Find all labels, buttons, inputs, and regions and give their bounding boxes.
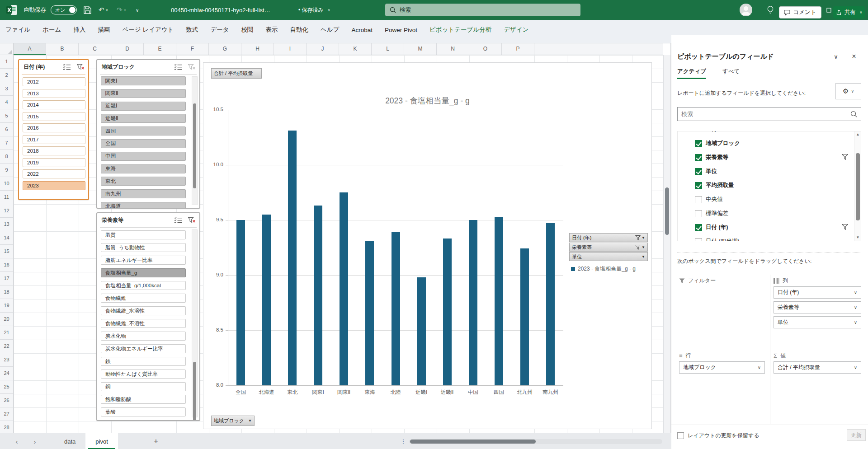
column-header-C[interactable]: C [79,43,111,55]
pane-tab-すべて[interactable]: すべて [722,68,740,79]
slicer-item-動物性たんぱく質比率[interactable]: 動物性たんぱく質比率 [101,369,186,379]
overflow-menu-icon[interactable]: ⋮ [400,433,407,449]
scroll-down-icon[interactable]: ▼ [854,234,861,241]
row-header-13[interactable]: 13 [0,218,13,231]
row-header-2[interactable]: 2 [0,69,13,82]
chart-bar-近畿Ⅱ[interactable] [443,239,452,385]
row-header-11[interactable]: 11 [0,191,13,204]
column-header-O[interactable]: O [469,43,502,55]
avatar[interactable] [740,4,752,16]
comments-button[interactable]: コメント [779,6,821,19]
slicer-item-2019[interactable]: 2019 [23,158,85,167]
column-header-P[interactable]: P [502,43,534,55]
field-item-日付 (四半期)[interactable]: 日付 (四半期) [678,234,861,241]
row-header-7[interactable]: 7 [0,136,13,150]
chart-bar-北陸[interactable] [392,232,400,385]
sheet-nav-right-icon[interactable]: › [28,433,42,449]
column-header-G[interactable]: G [209,43,241,55]
chart-field-button-栄養素等[interactable]: 栄養素等▼ [569,243,648,252]
row-header-9[interactable]: 9 [0,164,13,177]
clear-filter-icon[interactable] [186,62,198,71]
slicer-item-食物繊維[interactable]: 食物繊維 [101,294,186,303]
area-item-栄養素等[interactable]: 栄養素等∨ [774,301,861,313]
slicer-栄養素等[interactable]: 栄養素等脂質脂質_うち動物性脂肪エネルギー比率食塩相当量_g食塩相当量_g/1,… [96,212,200,421]
quick-access-chevron-icon[interactable]: ∨ [136,0,139,20]
slicer-item-中国[interactable]: 中国 [101,152,186,161]
ribbon-tab-校閲[interactable]: 校閲 [241,26,254,34]
row-header-17[interactable]: 17 [0,272,13,285]
row-header-20[interactable]: 20 [0,313,13,326]
clear-filter-icon[interactable] [75,62,86,71]
field-checkbox-単位[interactable] [695,168,702,175]
chart-axis-field-button[interactable]: 地域ブロック ▼ [211,416,255,426]
scroll-up-icon[interactable]: ▲ [854,131,861,138]
column-header-E[interactable]: E [144,43,176,55]
ribbon-tab-ヘルプ[interactable]: ヘルプ [321,26,339,34]
chart-bar-東北[interactable] [288,131,297,385]
slicer-日付 (年)[interactable]: 日付 (年)2012201320142015201620172018201920… [18,59,89,200]
sheet-nav-left-icon[interactable]: ‹ [10,433,24,449]
field-checkbox-地域ブロック[interactable] [695,140,702,147]
chart-bar-全国[interactable] [236,220,245,385]
slicer-scrollbar-thumb[interactable] [193,362,196,421]
row-header-19[interactable]: 19 [0,299,13,313]
ribbon-tab-自動化[interactable]: 自動化 [290,26,309,34]
field-item-中央値[interactable]: 中央値 [678,192,861,206]
slicer-item-銅[interactable]: 銅 [101,382,186,391]
ribbon-tab-データ[interactable]: データ [210,26,229,34]
excel-app-icon[interactable] [6,4,18,16]
slicer-item-食塩相当量_g/1,000kcal[interactable]: 食塩相当量_g/1,000kcal [101,281,186,290]
slicer-item-鉄[interactable]: 鉄 [101,357,186,366]
row-header-22[interactable]: 22 [0,340,13,353]
field-checkbox-標準偏差[interactable] [695,210,702,217]
row-header-16[interactable]: 16 [0,258,13,272]
chart-bar-近畿Ⅰ[interactable] [417,277,426,385]
pane-collapse-icon[interactable]: ∨ [830,51,841,61]
slicer-item-飽和脂肪酸[interactable]: 飽和脂肪酸 [101,395,186,404]
row-header-21[interactable]: 21 [0,326,13,340]
search-box[interactable]: 検索 [385,4,580,16]
slicer-item-2023[interactable]: 2023 [23,181,85,190]
chart-title[interactable]: 2023 - 食塩相当量_g - g [203,95,651,106]
ribbon-tab-数式[interactable]: 数式 [186,26,198,34]
column-header-K[interactable]: K [339,43,372,55]
saved-status[interactable]: • 保存済み ∨ [298,0,330,20]
slicer-item-食物繊維_水溶性[interactable]: 食物繊維_水溶性 [101,306,186,315]
row-header-4[interactable]: 4 [0,96,13,109]
slicer-item-2022[interactable]: 2022 [23,169,85,178]
values-area[interactable]: 合計 / 平均摂取量∨ [774,361,861,376]
row-header-1[interactable]: 1 [0,55,13,69]
slicer-item-四国[interactable]: 四国 [101,126,186,136]
field-item-単位[interactable]: 単位 [678,164,861,178]
columns-area[interactable]: 日付 (年)∨栄養素等∨単位∨ [774,286,861,331]
column-header-L[interactable]: L [372,43,404,55]
area-item-合計 / 平均摂取量[interactable]: 合計 / 平均摂取量∨ [774,361,861,374]
field-checkbox-栄養素等[interactable] [695,154,702,161]
field-item-日付 (年)[interactable]: 日付 (年) [678,220,861,234]
field-item-地域ブロック[interactable]: 地域ブロック [678,136,861,150]
field-item-標準偏差[interactable]: 標準偏差 [678,206,861,220]
slicer-item-2017[interactable]: 2017 [23,135,85,144]
column-header-A[interactable]: A [14,43,46,55]
slicer-item-炭水化物エネルギー比率[interactable]: 炭水化物エネルギー比率 [101,344,186,353]
pane-tab-アクティブ[interactable]: アクティブ [677,68,706,79]
ribbon-tab-挿入[interactable]: 挿入 [73,26,85,34]
share-button[interactable]: 共有 ∨ [833,6,865,19]
document-title[interactable]: 00450-mhlw-00450171-hyo2-full-list… [171,0,270,20]
slicer-item-脂肪エネルギー比率[interactable]: 脂肪エネルギー比率 [101,256,186,265]
slicer-item-関東Ⅰ[interactable]: 関東Ⅰ [101,76,186,85]
slicer-item-2012[interactable]: 2012 [23,77,85,86]
column-header-D[interactable]: D [111,43,144,55]
multi-select-icon[interactable] [61,62,73,71]
slicer-scrollbar[interactable] [192,76,198,205]
row-header-27[interactable]: 27 [0,407,13,421]
rows-area[interactable]: 地域ブロック∨ [679,361,765,376]
ribbon-tab-Acrobat[interactable]: Acrobat [351,27,373,33]
field-item-栄養素等[interactable]: 栄養素等 [678,150,861,164]
row-header-6[interactable]: 6 [0,123,13,136]
clear-filter-icon[interactable] [186,215,198,224]
slicer-scrollbar-thumb[interactable] [193,103,196,188]
slicer-item-脂質_うち動物性[interactable]: 脂質_うち動物性 [101,243,186,252]
field-list-scrollbar-thumb[interactable] [856,153,860,220]
slicer-item-2013[interactable]: 2013 [23,89,85,98]
